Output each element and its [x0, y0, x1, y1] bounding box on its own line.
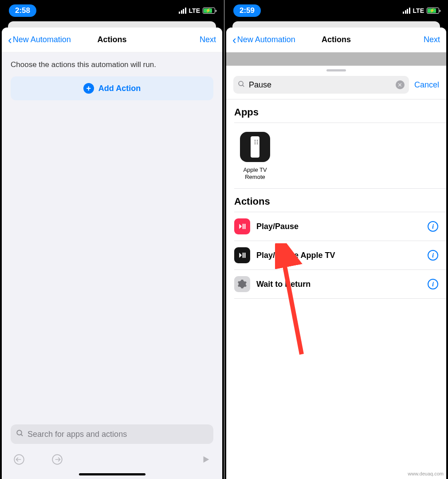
back-label: New Automation	[237, 35, 295, 44]
svg-line-5	[243, 85, 244, 87]
network-label: LTE	[189, 7, 200, 14]
search-icon	[16, 429, 24, 439]
undo-icon[interactable]	[13, 454, 25, 468]
back-button[interactable]: ‹ New Automation	[8, 34, 71, 46]
svg-line-1	[21, 434, 23, 436]
search-placeholder: Search for apps and actions	[28, 430, 127, 439]
cancel-button[interactable]: Cancel	[414, 80, 439, 90]
charging-icon: ⚡	[205, 8, 211, 13]
bottom-toolbar	[2, 448, 222, 473]
next-button[interactable]: Next	[200, 35, 216, 44]
status-right: LTE ⚡	[179, 7, 215, 14]
search-input[interactable]: Search for apps and actions	[11, 424, 213, 444]
watermark: www.deuaq.com	[408, 471, 444, 476]
svg-rect-6	[243, 224, 244, 229]
chevron-left-icon: ‹	[232, 34, 236, 46]
play-pause-icon	[234, 247, 250, 263]
nav-bar: ‹ New Automation Actions Next	[2, 28, 222, 52]
info-button[interactable]: i	[428, 279, 438, 289]
plus-circle-icon: +	[83, 83, 94, 94]
clear-search-button[interactable]: ✕	[396, 80, 405, 89]
add-action-button[interactable]: + Add Action	[11, 76, 213, 100]
battery-icon: ⚡	[203, 8, 215, 14]
svg-rect-7	[244, 224, 246, 229]
phone-right: 2:59 LTE ⚡ ‹ New Automation Actions Next	[224, 0, 448, 479]
section-title-apps: Apps	[226, 99, 446, 123]
info-button[interactable]: i	[428, 250, 438, 261]
page-title: Actions	[97, 35, 126, 44]
action-play-pause-apple-tv[interactable]: Play/Pause Apple TV i	[226, 241, 446, 269]
back-button[interactable]: ‹ New Automation	[232, 34, 295, 46]
phone-left: 2:58 LTE ⚡ ‹ New Automation Actions Next…	[0, 0, 224, 479]
status-time: 2:59	[233, 4, 261, 17]
play-icon[interactable]	[201, 455, 211, 467]
action-play-pause[interactable]: Play/Pause i	[226, 212, 446, 241]
sheet-backdrop	[226, 52, 446, 66]
section-title-actions: Actions	[226, 189, 446, 212]
status-bar: 2:59 LTE ⚡	[224, 0, 448, 21]
gear-icon	[234, 276, 250, 292]
redo-icon[interactable]	[51, 454, 63, 468]
next-button[interactable]: Next	[424, 35, 440, 44]
search-input[interactable]: ✕	[233, 76, 409, 94]
battery-icon: ⚡	[427, 8, 439, 14]
svg-point-0	[17, 430, 22, 435]
info-button[interactable]: i	[428, 221, 438, 232]
nav-bar: ‹ New Automation Actions Next	[226, 28, 446, 52]
search-text[interactable]	[249, 80, 392, 90]
chevron-left-icon: ‹	[8, 34, 12, 46]
status-right: LTE ⚡	[403, 7, 439, 14]
back-label: New Automation	[13, 35, 71, 44]
add-action-label: Add Action	[98, 84, 141, 93]
card-stack-behind	[232, 21, 440, 28]
home-indicator	[79, 473, 145, 475]
app-apple-tv-remote[interactable]: Apple TV Remote	[234, 132, 276, 180]
search-sheet: ✕ Cancel Apps Apple TV Remote	[226, 66, 446, 479]
action-label: Wait to Return	[256, 280, 421, 289]
status-bar: 2:58 LTE ⚡	[0, 0, 224, 21]
network-label: LTE	[413, 7, 424, 14]
status-time: 2:58	[9, 4, 36, 17]
page-title: Actions	[322, 35, 351, 44]
hint-text: Choose the actions this automation will …	[2, 52, 222, 76]
apple-tv-remote-icon	[240, 132, 270, 162]
play-pause-icon	[234, 218, 250, 234]
action-wait-to-return[interactable]: Wait to Return i	[226, 270, 446, 298]
action-label: Play/Pause Apple TV	[256, 251, 421, 260]
charging-icon: ⚡	[429, 8, 435, 13]
action-label: Play/Pause	[256, 222, 421, 231]
app-label: Apple TV Remote	[234, 166, 276, 180]
cellular-signal-icon	[403, 8, 410, 14]
search-icon	[238, 80, 245, 90]
svg-rect-8	[243, 253, 244, 258]
svg-rect-9	[244, 253, 246, 258]
card-stack-behind	[8, 21, 216, 28]
sheet-grabber[interactable]	[326, 69, 346, 71]
svg-point-4	[239, 81, 243, 86]
cellular-signal-icon	[179, 8, 186, 14]
